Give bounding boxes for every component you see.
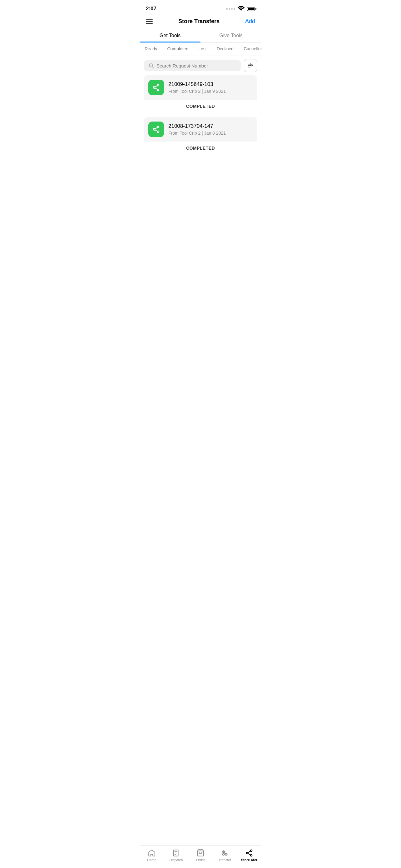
- transfer-card-top-2: 21008-173704-147 From Tool Crib 2 | Jan …: [144, 117, 257, 142]
- transfers-list: 21009-145649-103 From Tool Crib 2 | Jan …: [140, 75, 261, 155]
- sub-tab-completed[interactable]: Completed: [163, 44, 193, 54]
- signal-icon: [226, 8, 235, 10]
- content-area: 21009-145649-103 From Tool Crib 2 | Jan …: [140, 75, 261, 187]
- svg-point-5: [252, 65, 253, 66]
- sub-tab-cancelled[interactable]: Cancelled: [239, 44, 261, 54]
- svg-line-1: [152, 67, 153, 68]
- page-title: Store Transfers: [178, 18, 220, 25]
- tab-give-tools[interactable]: Give Tools: [201, 29, 261, 42]
- filter-icon: [247, 62, 254, 69]
- transfer-icon-2: [148, 122, 164, 137]
- status-icons: [226, 5, 255, 13]
- search-input[interactable]: [157, 63, 236, 68]
- sub-tab-declined[interactable]: Declined: [212, 44, 238, 54]
- sub-tabs: Ready Completed Lost Declined Cancelled …: [140, 42, 261, 56]
- share-icon: [152, 84, 160, 92]
- search-icon: [148, 63, 154, 68]
- sub-tab-lost[interactable]: Lost: [194, 44, 211, 54]
- wifi-icon: [237, 5, 245, 13]
- tab-get-tools[interactable]: Get Tools: [140, 29, 201, 42]
- share-icon: [152, 125, 160, 133]
- transfer-status-container-1: COMPLETED: [144, 100, 257, 113]
- menu-button[interactable]: [146, 19, 153, 24]
- transfer-status-1: COMPLETED: [186, 104, 215, 109]
- main-tabs: Get Tools Give Tools: [140, 29, 261, 42]
- add-button[interactable]: Add: [245, 18, 255, 25]
- transfer-info-2: 21008-173704-147 From Tool Crib 2 | Jan …: [168, 123, 253, 135]
- svg-line-10: [155, 88, 157, 90]
- svg-line-16: [155, 127, 157, 129]
- transfer-card-top-1: 21009-145649-103 From Tool Crib 2 | Jan …: [144, 75, 257, 100]
- svg-line-15: [155, 130, 157, 131]
- status-bar: 2:07: [140, 0, 261, 16]
- transfer-meta-1: From Tool Crib 2 | Jan 9 2021: [168, 89, 253, 94]
- table-row[interactable]: 21008-173704-147 From Tool Crib 2 | Jan …: [144, 117, 257, 155]
- sub-tab-ready[interactable]: Ready: [140, 44, 162, 54]
- transfer-number-2: 21008-173704-147: [168, 123, 253, 129]
- transfer-number-1: 21009-145649-103: [168, 81, 253, 88]
- transfer-status-2: COMPLETED: [186, 146, 215, 151]
- search-container: [140, 56, 261, 75]
- table-row[interactable]: 21009-145649-103 From Tool Crib 2 | Jan …: [144, 75, 257, 113]
- transfer-icon-1: [148, 80, 164, 95]
- transfer-status-container-2: COMPLETED: [144, 142, 257, 155]
- svg-point-6: [250, 64, 252, 65]
- transfer-info-1: 21009-145649-103 From Tool Crib 2 | Jan …: [168, 81, 253, 94]
- transfer-meta-2: From Tool Crib 2 | Jan 8 2021: [168, 131, 253, 135]
- header: Store Transfers Add: [140, 16, 261, 29]
- filter-button[interactable]: [244, 59, 257, 72]
- battery-icon: [247, 7, 255, 11]
- status-time: 2:07: [146, 6, 157, 12]
- search-input-wrapper: [144, 60, 241, 71]
- svg-line-11: [155, 86, 157, 87]
